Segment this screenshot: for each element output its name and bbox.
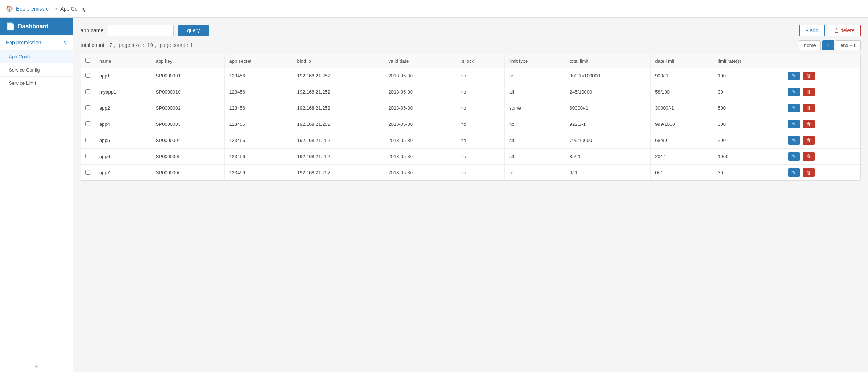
edit-button-0[interactable]: ✎ — [788, 72, 800, 80]
td-date-limit: 999/1000 — [651, 116, 713, 132]
td-bind-ip: 192.168.21.252 — [293, 68, 384, 84]
breadcrumb-link[interactable]: Eop premission — [16, 6, 52, 12]
td-limit-type: all — [505, 84, 565, 100]
td-app-key: SP0000004 — [151, 132, 225, 149]
pagination-info-text: total count：7， page size： 10， page count… — [81, 42, 193, 49]
td-app-secret: 123456 — [225, 100, 293, 116]
page-1-button[interactable]: 1 — [822, 40, 834, 50]
edit-button-1[interactable]: ✎ — [788, 88, 800, 96]
row-delete-button-0[interactable]: 🗑 — [803, 72, 815, 80]
app-name-label: app name — [81, 28, 103, 33]
td-total-limit: 245/10000 — [565, 84, 651, 100]
td-total-limit: 9225/-1 — [565, 116, 651, 132]
td-app-key: SP0000002 — [151, 100, 225, 116]
td-date-limit: 0/-1 — [651, 165, 713, 181]
sidebar-logo-label: Dashboard — [18, 23, 49, 30]
sidebar-collapse-button[interactable]: « — [0, 360, 73, 372]
td-date-limit: 68/80 — [651, 132, 713, 149]
td-actions: ✎ 🗑 — [784, 116, 860, 132]
td-app-key: SP0000001 — [151, 68, 225, 84]
query-button[interactable]: query — [178, 25, 209, 36]
th-total-limit: total limit — [565, 54, 651, 68]
table-row: app6 SP0000005 123456 192.168.21.252 201… — [81, 149, 860, 165]
td-name: app4 — [95, 116, 151, 132]
td-date-limit: 58/100 — [651, 84, 713, 100]
row-checkbox-5[interactable] — [85, 154, 90, 158]
td-checkbox — [81, 165, 95, 181]
row-delete-button-2[interactable]: 🗑 — [803, 104, 815, 112]
td-is-lock: no — [456, 132, 505, 149]
td-valid-date: 2018-05-30 — [384, 132, 456, 149]
td-name: myapp1 — [95, 84, 151, 100]
td-app-key: SP0000010 — [151, 84, 225, 100]
sidebar-section-header[interactable]: Eop premission ∨ — [0, 35, 73, 50]
table-row: myapp1 SP0000010 123456 192.168.21.252 2… — [81, 84, 860, 100]
th-app-secret: app secret — [225, 54, 293, 68]
td-bind-ip: 192.168.21.252 — [293, 84, 384, 100]
sidebar-section: Eop premission ∨ App Config Service Conf… — [0, 35, 73, 90]
row-checkbox-0[interactable] — [85, 73, 90, 78]
row-delete-button-5[interactable]: 🗑 — [803, 152, 815, 161]
row-checkbox-1[interactable] — [85, 89, 90, 94]
td-limit-type: all — [505, 132, 565, 149]
delete-button[interactable]: 🗑 delete — [828, 25, 861, 36]
row-delete-button-4[interactable]: 🗑 — [803, 136, 815, 145]
edit-button-2[interactable]: ✎ — [788, 104, 800, 112]
td-limit-type: no — [505, 116, 565, 132]
td-date-limit: 20/-1 — [651, 149, 713, 165]
row-delete-button-6[interactable]: 🗑 — [803, 168, 815, 177]
sidebar-section-label: Eop premission — [6, 40, 41, 45]
td-checkbox — [81, 84, 95, 100]
td-actions: ✎ 🗑 — [784, 68, 860, 84]
data-table-container: name app key app secret bind ip valid da… — [81, 54, 861, 181]
edit-button-6[interactable]: ✎ — [788, 168, 800, 177]
td-app-secret: 123456 — [225, 165, 293, 181]
row-delete-button-1[interactable]: 🗑 — [803, 88, 815, 96]
td-limit-rate: 30 — [713, 84, 784, 100]
sidebar-item-app-config[interactable]: App Config — [0, 50, 73, 63]
sidebar-item-service-limit[interactable]: Service Limit — [0, 77, 73, 90]
toolbar-right: + add 🗑 delete — [799, 25, 861, 36]
add-button[interactable]: + add — [799, 25, 825, 36]
sidebar-logo[interactable]: 📄 Dashboard — [0, 18, 73, 35]
td-bind-ip: 192.168.21.252 — [293, 132, 384, 149]
th-actions — [784, 54, 860, 68]
page-home-button[interactable]: home — [799, 40, 821, 50]
td-name: app6 — [95, 149, 151, 165]
td-is-lock: no — [456, 84, 505, 100]
td-app-secret: 123456 — [225, 84, 293, 100]
td-app-secret: 123456 — [225, 149, 293, 165]
td-valid-date: 2018-05-30 — [384, 68, 456, 84]
edit-button-4[interactable]: ✎ — [788, 136, 800, 145]
toolbar: app name query + add 🗑 delete — [81, 25, 861, 36]
td-limit-rate: 200 — [713, 132, 784, 149]
page-end-button[interactable]: end→1 — [836, 40, 861, 50]
sidebar-item-label: Service Config — [9, 67, 40, 73]
app-name-input[interactable] — [108, 25, 174, 36]
td-app-secret: 123456 — [225, 68, 293, 84]
sidebar-item-service-config[interactable]: Service Config — [0, 63, 73, 77]
table-row: app2 SP0000002 123456 192.168.21.252 201… — [81, 100, 860, 116]
td-name: app2 — [95, 100, 151, 116]
row-delete-button-3[interactable]: 🗑 — [803, 120, 815, 128]
td-actions: ✎ 🗑 — [784, 84, 860, 100]
th-app-key: app key — [151, 54, 225, 68]
row-checkbox-6[interactable] — [85, 170, 90, 175]
row-checkbox-2[interactable] — [85, 105, 90, 110]
top-header: 🏠 Eop premission > App Config — [0, 0, 868, 18]
app-config-table: name app key app secret bind ip valid da… — [81, 54, 860, 180]
td-app-key: SP0000003 — [151, 116, 225, 132]
th-is-lock: is lock — [456, 54, 505, 68]
td-date-limit: 30000/-1 — [651, 100, 713, 116]
row-checkbox-3[interactable] — [85, 121, 90, 126]
dashboard-icon: 📄 — [6, 22, 15, 31]
td-bind-ip: 192.168.21.252 — [293, 116, 384, 132]
edit-button-3[interactable]: ✎ — [788, 120, 800, 128]
td-limit-rate: 300 — [713, 116, 784, 132]
td-bind-ip: 192.168.21.252 — [293, 165, 384, 181]
row-checkbox-4[interactable] — [85, 138, 90, 142]
select-all-checkbox[interactable] — [85, 58, 90, 63]
td-is-lock: no — [456, 100, 505, 116]
edit-button-5[interactable]: ✎ — [788, 152, 800, 161]
td-actions: ✎ 🗑 — [784, 132, 860, 149]
